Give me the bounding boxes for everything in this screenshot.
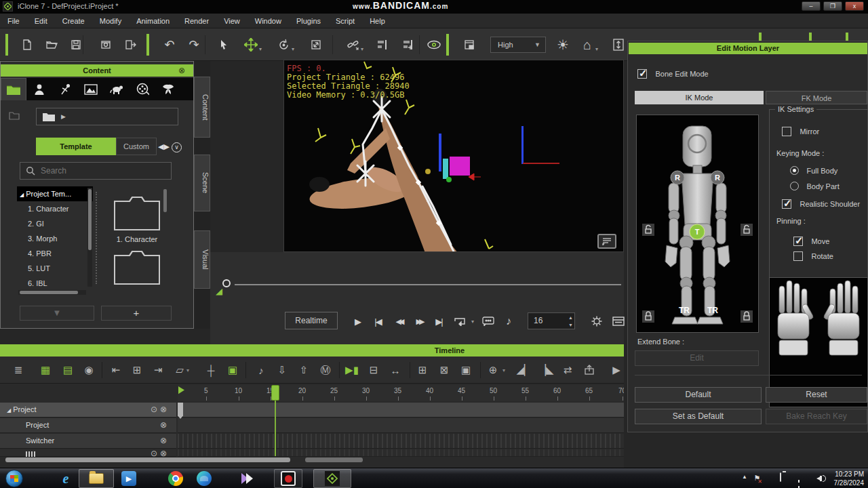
motion-panel-header[interactable]: Edit Motion Layer [629, 43, 867, 54]
taskbar-internet-explorer[interactable]: e [57, 470, 75, 487]
include-motion-icon[interactable]: ▤ [59, 362, 77, 378]
category-media-icon[interactable] [130, 78, 155, 100]
foot-right-badge[interactable]: TR [707, 306, 718, 315]
start-button[interactable] [5, 470, 23, 487]
track-collapse-icon[interactable]: ⊙ [151, 405, 160, 414]
menu-view[interactable]: View [216, 14, 248, 28]
tray-expand-icon[interactable]: ▲ [742, 474, 747, 480]
loop-mode-dropdown[interactable]: ▾ [469, 313, 476, 329]
object-track-icon[interactable]: ◉ [80, 362, 98, 378]
rewind-icon[interactable]: ◀◀ [389, 313, 408, 329]
pin-move-row[interactable]: Move [793, 235, 829, 247]
timeline-header-bar[interactable]: Timeline [0, 344, 624, 357]
scrub-slider-handle[interactable] [222, 279, 231, 287]
track-collapse-icon[interactable]: ⊙ [151, 449, 160, 458]
tab-custom[interactable]: Custom [116, 138, 157, 155]
pin-move-checkbox[interactable] [793, 237, 803, 246]
redo-icon[interactable]: ↷ [184, 35, 203, 54]
loop-clip-icon[interactable]: ▣ [224, 362, 241, 378]
next-key-icon[interactable]: ⇥ [149, 362, 167, 378]
music-note-icon[interactable]: ♪ [500, 313, 517, 329]
track-content-project[interactable] [178, 418, 624, 433]
align-last-icon[interactable]: ▕◣ [537, 362, 555, 378]
home-view-icon[interactable]: ⌂ [578, 35, 597, 54]
track-close-icon[interactable]: ⊗ [160, 436, 170, 445]
playback-settings-gear-icon[interactable] [587, 313, 606, 329]
minimize-button[interactable]: – [802, 1, 821, 11]
spin-down-icon[interactable]: ▼ [568, 323, 573, 327]
timeline-hscrollbar-right[interactable] [305, 458, 363, 462]
timeline-ruler[interactable]: 5 10 15 20 25 30 35 40 45 50 55 60 65 70 [178, 385, 624, 401]
track-scroll-thumb[interactable] [178, 403, 183, 419]
visibility-eye-icon[interactable] [425, 35, 443, 54]
pelvis-badge[interactable]: T [695, 228, 700, 236]
tree-item-pbr[interactable]: 4. PBR [17, 246, 93, 261]
scrub-slider-track[interactable] [235, 284, 621, 285]
body-bone-picker[interactable]: R R T TR TR [636, 115, 759, 333]
caption-icon[interactable] [479, 313, 498, 329]
tray-action-center-icon[interactable]: ⚑✕ [753, 474, 765, 483]
close-button[interactable]: x [845, 1, 864, 11]
taskbar-iclone[interactable] [323, 470, 341, 487]
clip-extend-icon[interactable]: ↔ [387, 362, 404, 378]
playbar-list-icon[interactable] [609, 313, 628, 329]
reset-button[interactable]: Reset [766, 387, 867, 403]
taskbar-file-explorer[interactable] [87, 470, 105, 487]
menu-animation[interactable]: Animation [129, 14, 177, 28]
tray-network-icon[interactable] [798, 474, 800, 488]
align-add-icon[interactable] [399, 35, 418, 54]
dock-tab-content[interactable]: Content [194, 77, 210, 138]
rotate-tool-icon[interactable] [274, 35, 293, 54]
extend-bone-edit-button[interactable]: Edit [635, 350, 759, 366]
flag-down-icon[interactable]: ⇩ [273, 362, 291, 378]
range-flag-icon[interactable] [178, 386, 184, 396]
body-part-radio[interactable] [790, 182, 799, 190]
panel-splitter[interactable] [96, 192, 97, 284]
menu-edit[interactable]: Edit [27, 14, 55, 28]
undo-icon[interactable]: ↶ [160, 35, 179, 54]
export-media-icon[interactable] [96, 35, 115, 54]
music-track-icon[interactable]: ♪ [252, 362, 270, 378]
move-tool-icon[interactable] [241, 35, 260, 54]
realtime-button[interactable]: Realtime [285, 312, 338, 329]
tray-power-icon[interactable] [780, 473, 781, 481]
tab-menu-icon[interactable]: ∨ [172, 142, 182, 152]
export-range-icon[interactable] [580, 362, 598, 378]
first-frame-icon[interactable]: |◀ [369, 313, 387, 329]
thumbnail-folder-character[interactable]: 1. Character [100, 186, 174, 243]
menu-render[interactable]: Render [177, 14, 216, 28]
category-scene-icon[interactable] [78, 78, 104, 100]
menu-create[interactable]: Create [55, 14, 92, 28]
tray-clock[interactable]: 10:23 PM 7/28/2024 [834, 470, 865, 487]
category-folder-tab[interactable] [1, 78, 26, 100]
folder-list-icon[interactable] [9, 110, 21, 121]
align-icon[interactable] [373, 35, 392, 54]
tab-scroll-right-icon[interactable]: ▶ [163, 142, 169, 150]
content-panel-close-icon[interactable]: ⊗ [178, 64, 185, 77]
move-tool-dropdown[interactable]: ▾ [259, 46, 262, 52]
tab-fk-mode[interactable]: FK Mode [766, 91, 867, 104]
spin-up-icon[interactable]: ▲ [568, 315, 573, 320]
quality-dropdown[interactable]: High ▼ [490, 37, 546, 53]
taskbar-kmplayer[interactable] [239, 470, 256, 487]
track-close-icon[interactable]: ⊗ [160, 420, 170, 430]
dock-tab-scene[interactable]: Scene [194, 155, 210, 211]
pin-rotate-row[interactable]: Rotate [793, 249, 833, 262]
fast-forward-icon[interactable]: ▶▶ [410, 313, 429, 329]
search-box[interactable] [20, 162, 172, 180]
expand-corner-icon[interactable]: ◢ [216, 286, 222, 296]
link-tool-dropdown[interactable]: ▾ [361, 46, 363, 52]
collect-clip-icon[interactable]: ▦ [37, 362, 54, 378]
mirror-row[interactable]: Mirror [782, 125, 819, 137]
track-content-partial[interactable] [178, 449, 624, 457]
shoulder-right-badge[interactable]: R [715, 174, 720, 182]
bake-reach-key-button[interactable]: Bake Reach Key [766, 409, 867, 424]
zoom-timeline-icon[interactable]: ⊕ [484, 362, 502, 378]
track-close-icon[interactable]: ⊗ [160, 405, 170, 414]
loop-mode-icon[interactable] [450, 313, 469, 329]
taskbar-bandicam[interactable] [279, 470, 297, 487]
viewport-3d[interactable]: FPS : 0. Project Triangle : 62496 Select… [283, 60, 624, 252]
breadcrumb[interactable]: ▶ [36, 108, 178, 125]
tree-item-lut[interactable]: 5. LUT [17, 261, 93, 276]
menu-help[interactable]: Help [362, 14, 393, 28]
